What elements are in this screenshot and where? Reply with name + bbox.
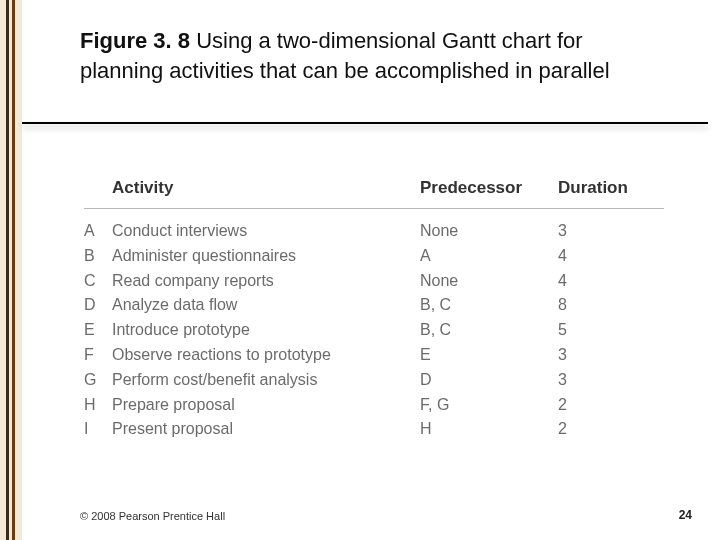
- slide-title: Figure 3. 8 Using a two-dimensional Gant…: [80, 26, 660, 85]
- header-key-blank: [84, 178, 112, 198]
- row-duration: 3: [558, 343, 648, 368]
- table-row: HPrepare proposalF, G2: [84, 393, 664, 418]
- row-duration: 8: [558, 293, 648, 318]
- row-predecessor: None: [420, 219, 558, 244]
- row-key: G: [84, 368, 112, 393]
- row-duration: 4: [558, 244, 648, 269]
- row-predecessor: B, C: [420, 318, 558, 343]
- table-row: IPresent proposalH2: [84, 417, 664, 442]
- row-key: H: [84, 393, 112, 418]
- row-duration: 2: [558, 417, 648, 442]
- row-key: D: [84, 293, 112, 318]
- left-decorative-rule: [0, 0, 22, 540]
- table-row: BAdminister questionnairesA4: [84, 244, 664, 269]
- row-key: B: [84, 244, 112, 269]
- table-header-row: Activity Predecessor Duration: [84, 178, 664, 209]
- row-activity: Introduce prototype: [112, 318, 420, 343]
- row-duration: 5: [558, 318, 648, 343]
- table-row: DAnalyze data flowB, C8: [84, 293, 664, 318]
- table-body: AConduct interviewsNone3BAdminister ques…: [84, 219, 664, 442]
- activity-table: Activity Predecessor Duration AConduct i…: [84, 178, 664, 442]
- table-row: GPerform cost/benefit analysisD3: [84, 368, 664, 393]
- row-duration: 3: [558, 219, 648, 244]
- row-activity: Administer questionnaires: [112, 244, 420, 269]
- row-predecessor: A: [420, 244, 558, 269]
- row-activity: Observe reactions to prototype: [112, 343, 420, 368]
- table-row: AConduct interviewsNone3: [84, 219, 664, 244]
- row-predecessor: H: [420, 417, 558, 442]
- table-row: EIntroduce prototypeB, C5: [84, 318, 664, 343]
- figure-number: Figure 3. 8: [80, 28, 190, 53]
- row-predecessor: B, C: [420, 293, 558, 318]
- row-key: C: [84, 269, 112, 294]
- header-duration: Duration: [558, 178, 648, 198]
- row-activity: Conduct interviews: [112, 219, 420, 244]
- row-key: F: [84, 343, 112, 368]
- row-predecessor: None: [420, 269, 558, 294]
- table-row: FObserve reactions to prototypeE3: [84, 343, 664, 368]
- row-duration: 4: [558, 269, 648, 294]
- table-row: CRead company reportsNone4: [84, 269, 664, 294]
- row-duration: 2: [558, 393, 648, 418]
- row-activity: Perform cost/benefit analysis: [112, 368, 420, 393]
- slide-body: Figure 3. 8 Using a two-dimensional Gant…: [22, 0, 720, 540]
- row-duration: 3: [558, 368, 648, 393]
- copyright-footer: © 2008 Pearson Prentice Hall: [80, 510, 225, 522]
- header-activity: Activity: [112, 178, 420, 198]
- row-predecessor: E: [420, 343, 558, 368]
- row-key: A: [84, 219, 112, 244]
- row-activity: Read company reports: [112, 269, 420, 294]
- header-predecessor: Predecessor: [420, 178, 558, 198]
- row-activity: Prepare proposal: [112, 393, 420, 418]
- row-activity: Analyze data flow: [112, 293, 420, 318]
- title-separator: [22, 122, 708, 124]
- row-predecessor: F, G: [420, 393, 558, 418]
- page-number: 24: [679, 508, 692, 522]
- row-key: E: [84, 318, 112, 343]
- row-key: I: [84, 417, 112, 442]
- row-predecessor: D: [420, 368, 558, 393]
- row-activity: Present proposal: [112, 417, 420, 442]
